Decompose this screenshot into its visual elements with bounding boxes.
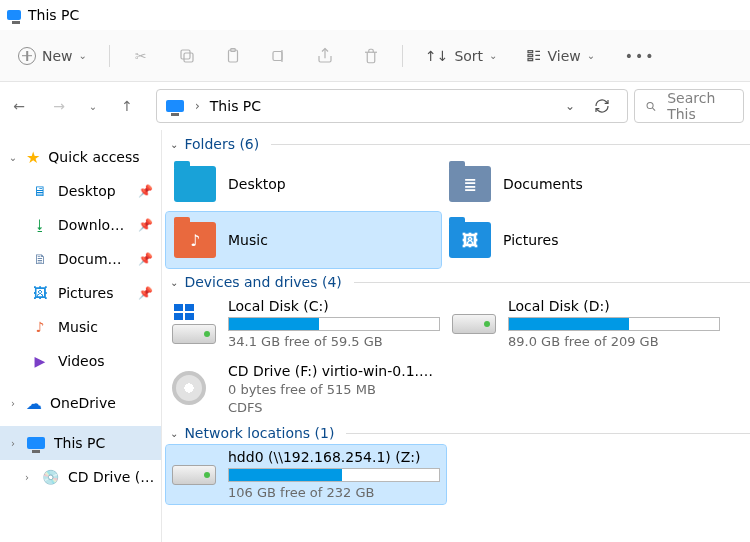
- network-drive-icon: [172, 455, 216, 493]
- svg-rect-4: [273, 51, 282, 60]
- window-title: This PC: [28, 7, 79, 23]
- trash-icon: [362, 47, 380, 65]
- copy-button[interactable]: [168, 37, 206, 75]
- divider: [402, 45, 403, 67]
- sort-button[interactable]: ↑↓ Sort ⌄: [415, 39, 508, 73]
- sidebar-item-downloads[interactable]: ⭳ Downloads 📌: [0, 208, 161, 242]
- svg-rect-7: [528, 58, 533, 60]
- share-button[interactable]: [306, 37, 344, 75]
- cd-drive-icon: [172, 369, 216, 407]
- chevron-down-icon[interactable]: ⌄: [565, 99, 575, 113]
- cloud-icon: ☁: [26, 394, 42, 413]
- desktop-icon: 🖥: [30, 181, 50, 201]
- address-bar[interactable]: › This PC ⌄: [156, 89, 628, 123]
- share-icon: [316, 47, 334, 65]
- folder-icon: ≣: [449, 166, 491, 202]
- pin-icon: 📌: [138, 252, 153, 266]
- drive-c[interactable]: Local Disk (C:) 34.1 GB free of 59.5 GB: [166, 294, 446, 353]
- toolbar: New ⌄ ✂ ↑↓ Sort ⌄ View ⌄ •••: [0, 30, 750, 82]
- new-button[interactable]: New ⌄: [8, 39, 97, 73]
- chevron-down-icon: ⌄: [489, 50, 497, 61]
- divider: [109, 45, 110, 67]
- refresh-button[interactable]: [585, 98, 619, 114]
- folders-header: Folders (6): [184, 136, 259, 152]
- sidebar-item-music[interactable]: ♪ Music: [0, 310, 161, 344]
- sidebar-cd-drive[interactable]: › 💿 CD Drive (E:) 19041.: [0, 460, 161, 494]
- sidebar: ⌄ ★ Quick access 🖥 Desktop 📌 ⭳ Downloads…: [0, 130, 162, 542]
- folder-desktop[interactable]: Desktop: [166, 156, 441, 212]
- plus-icon: [18, 47, 36, 65]
- up-button[interactable]: ↑: [110, 89, 144, 123]
- svg-rect-1: [181, 50, 190, 59]
- sidebar-onedrive[interactable]: › ☁ OneDrive: [0, 386, 161, 420]
- sidebar-item-desktop[interactable]: 🖥 Desktop 📌: [0, 174, 161, 208]
- content-pane: ⌄ Folders (6) Desktop ≣ Documents ♪ Musi…: [162, 130, 750, 542]
- folder-icon: ♪: [174, 222, 216, 258]
- group-header-drives[interactable]: ⌄ Devices and drives (4): [166, 268, 750, 294]
- sidebar-item-documents[interactable]: 🗎 Documents 📌: [0, 242, 161, 276]
- this-pc-icon: [26, 433, 46, 453]
- cd-icon: 💿: [40, 467, 60, 487]
- document-icon: 🗎: [30, 249, 50, 269]
- drive-z[interactable]: hdd0 (\\192.168.254.1) (Z:) 106 GB free …: [166, 445, 446, 504]
- sidebar-this-pc[interactable]: › This PC: [0, 426, 161, 460]
- search-box[interactable]: Search This: [634, 89, 744, 123]
- this-pc-icon: [165, 96, 185, 116]
- copy-icon: [178, 47, 196, 65]
- folder-icon: [174, 166, 216, 202]
- sort-icon: ↑↓: [425, 48, 448, 64]
- capacity-bar: [228, 317, 440, 331]
- folders-grid: Desktop ≣ Documents ♪ Music 🖼 Pictures: [166, 156, 750, 268]
- sidebar-quick-access[interactable]: ⌄ ★ Quick access: [0, 140, 161, 174]
- pin-icon: 📌: [138, 286, 153, 300]
- delete-button[interactable]: [352, 37, 390, 75]
- chevron-right-icon[interactable]: ›: [8, 438, 18, 449]
- rename-button[interactable]: [260, 37, 298, 75]
- pin-icon: 📌: [138, 184, 153, 198]
- history-chevron[interactable]: ⌄: [82, 89, 104, 123]
- chevron-down-icon: ⌄: [587, 50, 595, 61]
- svg-point-8: [647, 102, 653, 108]
- drive-d[interactable]: Local Disk (D:) 89.0 GB free of 209 GB: [446, 294, 726, 353]
- breadcrumb[interactable]: This PC: [210, 98, 261, 114]
- drives-grid: Local Disk (C:) 34.1 GB free of 59.5 GB …: [166, 294, 750, 419]
- chevron-right-icon: ›: [195, 99, 200, 113]
- cut-button[interactable]: ✂: [122, 37, 160, 75]
- drive-f[interactable]: CD Drive (F:) virtio-win-0.1.215 0 bytes…: [166, 359, 446, 419]
- folder-pictures[interactable]: 🖼 Pictures: [441, 212, 716, 268]
- video-icon: ▶: [30, 351, 50, 371]
- windows-drive-icon: [172, 304, 216, 342]
- music-icon: ♪: [30, 317, 50, 337]
- nav-bar: ← → ⌄ ↑ › This PC ⌄ Search This: [0, 82, 750, 130]
- folder-documents[interactable]: ≣ Documents: [441, 156, 716, 212]
- sidebar-item-pictures[interactable]: 🖼 Pictures 📌: [0, 276, 161, 310]
- picture-icon: 🖼: [30, 283, 50, 303]
- svg-rect-0: [184, 53, 193, 62]
- rename-icon: [270, 47, 288, 65]
- this-pc-icon: [6, 7, 22, 23]
- quick-access-label: Quick access: [48, 149, 161, 165]
- network-header: Network locations (1): [184, 425, 334, 441]
- forward-button[interactable]: →: [42, 89, 76, 123]
- back-button[interactable]: ←: [2, 89, 36, 123]
- pin-icon: 📌: [138, 218, 153, 232]
- paste-button[interactable]: [214, 37, 252, 75]
- view-icon: [526, 48, 542, 64]
- chevron-down-icon[interactable]: ⌄: [8, 152, 18, 163]
- view-button[interactable]: View ⌄: [516, 39, 606, 73]
- sort-label: Sort: [454, 48, 483, 64]
- group-header-folders[interactable]: ⌄ Folders (6): [166, 130, 750, 156]
- new-label: New: [42, 48, 73, 64]
- chevron-down-icon: ⌄: [170, 139, 178, 150]
- scissors-icon: ✂: [135, 48, 147, 64]
- more-button[interactable]: •••: [621, 37, 659, 75]
- refresh-icon: [594, 98, 610, 114]
- svg-rect-6: [528, 54, 533, 56]
- folder-music[interactable]: ♪ Music: [166, 212, 441, 268]
- group-header-network[interactable]: ⌄ Network locations (1): [166, 419, 750, 445]
- sidebar-item-videos[interactable]: ▶ Videos: [0, 344, 161, 378]
- drives-header: Devices and drives (4): [184, 274, 341, 290]
- chevron-right-icon[interactable]: ›: [8, 398, 18, 409]
- star-icon: ★: [26, 148, 40, 167]
- chevron-right-icon[interactable]: ›: [22, 472, 32, 483]
